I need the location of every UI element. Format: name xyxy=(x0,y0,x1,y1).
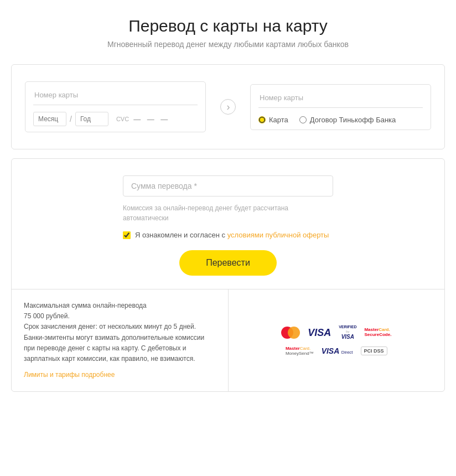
ms-moneysend-text: MoneySend™ xyxy=(286,351,314,356)
ms-mc-text: Master xyxy=(286,346,300,351)
radio-card-label: Карта xyxy=(269,116,288,124)
page-title: Перевод с карты на карту xyxy=(11,17,445,35)
mastercard-securecode-logo: MasterCard.SecureCode. xyxy=(364,328,391,338)
cards-section: / CVC — — — Карта Договор Тинь xyxy=(11,64,445,149)
info-line4: Банки-эмитенты могут взимать дополнитель… xyxy=(24,334,204,363)
to-card-radio-group: Карта Договор Тинькофф Банка xyxy=(258,116,423,124)
from-card-month-input[interactable] xyxy=(33,112,66,126)
from-card-expiry-row: / CVC — — — xyxy=(33,112,198,126)
info-footer: Максимальная сумма онлайн-перевода 75 00… xyxy=(12,289,444,391)
page-subtitle: Мгновенный перевод денег между любыми ка… xyxy=(11,40,445,49)
verified-text: VERIFIED xyxy=(339,325,356,329)
from-card-number-input[interactable] xyxy=(33,87,198,102)
to-card-number-input[interactable] xyxy=(258,90,423,105)
vv-visa-text: VISA xyxy=(341,334,354,340)
from-card-number-row xyxy=(33,87,198,105)
payment-logos-row-2: MasterCard. MoneySend™ VISA Direct PCI D… xyxy=(286,346,387,356)
amount-input-wrapper xyxy=(123,175,333,196)
pci-dss-badge: PCI DSS xyxy=(361,346,387,355)
mc-sc-span: Card. xyxy=(379,327,390,332)
agreement-link[interactable]: условиями публичной оферты xyxy=(227,231,329,239)
page-header: Перевод с карты на карту Мгновенный пере… xyxy=(11,17,445,49)
agreement-checkbox[interactable] xyxy=(123,231,131,239)
amount-input[interactable] xyxy=(123,175,333,196)
to-card-number-row xyxy=(258,90,423,108)
cvc-dashes: — — — xyxy=(133,115,170,123)
mc-right-circle xyxy=(288,327,300,339)
commission-text: Комиссия за онлайн-перевод денег будет р… xyxy=(123,203,333,223)
info-line1: Максимальная сумма онлайн-перевода xyxy=(24,302,147,309)
info-line2: 75 000 рублей. xyxy=(24,312,70,320)
arrow-wrapper xyxy=(220,99,236,115)
radio-contract-label: Договор Тинькофф Банка xyxy=(310,116,396,124)
by-text: by xyxy=(346,330,349,334)
info-left: Максимальная сумма онлайн-перевода 75 00… xyxy=(12,289,229,391)
slash-divider: / xyxy=(70,115,72,123)
radio-contract-option[interactable]: Договор Тинькофф Банка xyxy=(299,116,396,124)
amount-inner: Комиссия за онлайн-перевод денег будет р… xyxy=(12,159,444,289)
moneysend-logo: MasterCard. MoneySend™ xyxy=(286,346,314,356)
agreement-text: Я ознакомлен и согласен с условиями публ… xyxy=(135,231,329,239)
visa-direct-text: VISA Direct xyxy=(322,346,353,355)
verified-by-visa-logo: VERIFIED by VISA xyxy=(339,325,356,340)
agreement-prefix: Я ознакомлен и согласен с xyxy=(135,231,227,239)
info-line3: Срок зачисления денег: от нескольких мин… xyxy=(24,323,196,330)
from-card-year-input[interactable] xyxy=(75,112,108,126)
limits-link[interactable]: Лимиты и тарифы подробнее xyxy=(24,370,216,380)
to-card-panel: Карта Договор Тинькофф Банка xyxy=(250,84,431,130)
visa-logo: VISA xyxy=(308,327,331,339)
transfer-button[interactable]: Перевести xyxy=(179,250,277,276)
info-text: Максимальная сумма онлайн-перевода 75 00… xyxy=(24,302,204,363)
from-card-panel: / CVC — — — xyxy=(25,81,206,132)
visa-direct-small: Direct xyxy=(341,350,353,355)
amount-section: Комиссия за онлайн-перевод денег будет р… xyxy=(11,158,445,392)
radio-card-input[interactable] xyxy=(258,116,266,123)
visa-direct-logo: VISA Direct xyxy=(322,346,353,356)
transfer-arrow-icon xyxy=(220,99,236,115)
cvc-label: CVC xyxy=(116,116,129,122)
payment-logos-row-1: VISA VERIFIED by VISA MasterCard.SecureC… xyxy=(281,325,391,340)
info-right: VISA VERIFIED by VISA MasterCard.SecureC… xyxy=(229,289,445,391)
radio-card-option[interactable]: Карта xyxy=(258,116,288,124)
ms-send-text: Card. xyxy=(300,346,311,351)
radio-contract-input[interactable] xyxy=(299,116,307,123)
agreement-row: Я ознакомлен и согласен с условиями публ… xyxy=(123,231,333,239)
mastercard-logo xyxy=(281,327,300,339)
